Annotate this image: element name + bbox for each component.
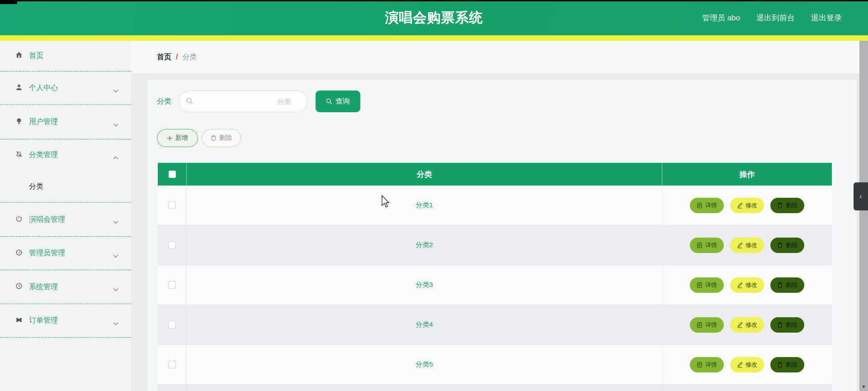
plus-icon <box>167 135 173 141</box>
sidebar-item-system-management[interactable]: 系统管理 <box>0 270 131 304</box>
system-icon <box>15 282 23 292</box>
delete-button[interactable]: 删除 <box>770 317 804 333</box>
detail-button[interactable]: 详情 <box>690 277 724 293</box>
trash-icon <box>777 242 783 248</box>
scrollbar[interactable] <box>859 41 868 391</box>
row-checkbox[interactable] <box>168 241 176 249</box>
users-icon <box>15 117 23 127</box>
sidebar-item-order-management[interactable]: 订单管理 <box>0 304 131 337</box>
delete-button-label: 删除 <box>786 281 797 289</box>
delete-button-label: 删除 <box>219 134 232 142</box>
detail-button-label: 详情 <box>705 241 717 249</box>
category-cell[interactable]: 分类3 <box>187 265 662 305</box>
admin-icon <box>15 248 23 258</box>
sidebar-subitem-category[interactable]: 分类 <box>0 171 131 202</box>
sidebar-item-label: 演唱会管理 <box>29 215 65 224</box>
collapse-chevron-icon: ‹ <box>859 192 862 200</box>
search-box <box>179 91 307 112</box>
edit-button[interactable]: 修改 <box>730 238 764 253</box>
edit-button[interactable]: 修改 <box>730 357 764 372</box>
sidebar-item-profile[interactable]: 个人中心 <box>0 72 131 105</box>
delete-button[interactable]: 删除 <box>770 238 804 253</box>
edit-button[interactable]: 修改 <box>730 277 764 293</box>
sidebar-item-category-management[interactable]: 分类管理 <box>0 139 131 171</box>
panel-collapse-tab[interactable]: ‹ <box>854 182 868 210</box>
trash-icon <box>777 282 783 288</box>
detail-button-label: 详情 <box>705 281 717 289</box>
pencil-icon <box>737 242 743 248</box>
row-checkbox[interactable] <box>168 361 176 368</box>
edit-button[interactable]: 修改 <box>730 198 764 213</box>
detail-button[interactable]: 详情 <box>690 357 724 372</box>
chevron-down-icon <box>113 285 118 293</box>
sidebar-item-home[interactable]: 首页 <box>0 41 131 71</box>
sidebar-item-label: 用户管理 <box>29 117 58 127</box>
row-checkbox[interactable] <box>168 321 176 329</box>
detail-button[interactable]: 详情 <box>690 198 724 213</box>
edit-button-label: 修改 <box>745 201 757 210</box>
detail-button-label: 详情 <box>705 201 717 210</box>
search-icon <box>326 98 332 105</box>
row-checkbox[interactable] <box>168 201 176 209</box>
table-row: 分类5 详情 修改 删除 <box>158 345 832 385</box>
admin-user-label[interactable]: 管理员 abo <box>702 13 740 23</box>
search-row: 分类 查询 <box>157 91 857 112</box>
table-header-category: 分类 <box>187 163 662 186</box>
edit-button-label: 修改 <box>745 321 757 329</box>
row-checkbox[interactable] <box>168 281 176 289</box>
query-button-label: 查询 <box>335 97 350 106</box>
concert-icon <box>15 215 23 224</box>
breadcrumb-home[interactable]: 首页 <box>157 52 171 62</box>
delete-button[interactable]: 删除 <box>770 277 804 293</box>
sidebar-item-admin-management[interactable]: 管理员管理 <box>0 237 131 270</box>
document-icon <box>697 362 703 368</box>
add-button-label: 新增 <box>175 134 188 142</box>
sidebar-item-label: 订单管理 <box>29 316 58 325</box>
select-all-checkbox[interactable] <box>169 171 176 178</box>
pencil-icon <box>737 362 743 368</box>
chevron-down-icon <box>113 86 118 95</box>
category-cell[interactable]: 分类5 <box>187 345 662 384</box>
toolbar: 新增 删除 <box>157 129 857 147</box>
header-right-links: 管理员 abo 退出到前台 退出登录 <box>702 0 842 35</box>
trash-icon <box>211 135 217 141</box>
sidebar-subitem-label: 分类 <box>29 182 43 191</box>
sidebar-item-concert-management[interactable]: 演唱会管理 <box>0 203 131 236</box>
pencil-icon <box>737 322 743 328</box>
chevron-up-icon <box>113 153 118 162</box>
top-letterbox-strip <box>0 0 868 1</box>
table-row: 分类2 详情 修改 删除 <box>158 225 832 265</box>
query-button[interactable]: 查询 <box>316 91 360 112</box>
category-cell[interactable]: 分类1 <box>187 186 662 225</box>
category-cell[interactable]: 分类2 <box>187 225 662 265</box>
edit-button-label: 修改 <box>745 281 757 289</box>
profile-icon <box>15 83 23 93</box>
search-input[interactable] <box>195 91 307 112</box>
logout-link[interactable]: 退出登录 <box>811 13 842 23</box>
sidebar-item-label: 首页 <box>29 51 43 61</box>
delete-button-label: 删除 <box>786 241 797 249</box>
chevron-down-icon <box>113 120 118 129</box>
trash-icon <box>777 322 783 328</box>
exit-to-front-link[interactable]: 退出到前台 <box>756 13 795 23</box>
search-field-label: 分类 <box>157 97 171 106</box>
edit-button[interactable]: 修改 <box>730 317 764 333</box>
edit-button-label: 修改 <box>745 241 757 249</box>
table-row: 分类3 详情 修改 删除 <box>158 265 832 305</box>
table-row: 分类1 详情 修改 删除 <box>158 186 832 225</box>
sidebar-item-users[interactable]: 用户管理 <box>0 105 131 139</box>
category-icon <box>15 150 23 160</box>
accent-strip <box>0 35 868 41</box>
detail-button[interactable]: 详情 <box>690 238 724 253</box>
sidebar-item-label: 分类管理 <box>29 150 58 160</box>
delete-button[interactable]: 删除 <box>770 198 804 213</box>
category-cell[interactable]: 分类4 <box>187 305 662 344</box>
breadcrumb: 首页 / 分类 <box>131 41 868 73</box>
breadcrumb-separator: / <box>176 53 178 61</box>
scrollbar-down-arrow[interactable]: ▼ <box>860 383 867 390</box>
top-left-black-corner <box>0 0 17 4</box>
delete-selected-button[interactable]: 删除 <box>202 129 241 147</box>
detail-button[interactable]: 详情 <box>690 317 724 333</box>
delete-button[interactable]: 删除 <box>770 357 804 372</box>
add-button[interactable]: 新增 <box>157 129 198 147</box>
